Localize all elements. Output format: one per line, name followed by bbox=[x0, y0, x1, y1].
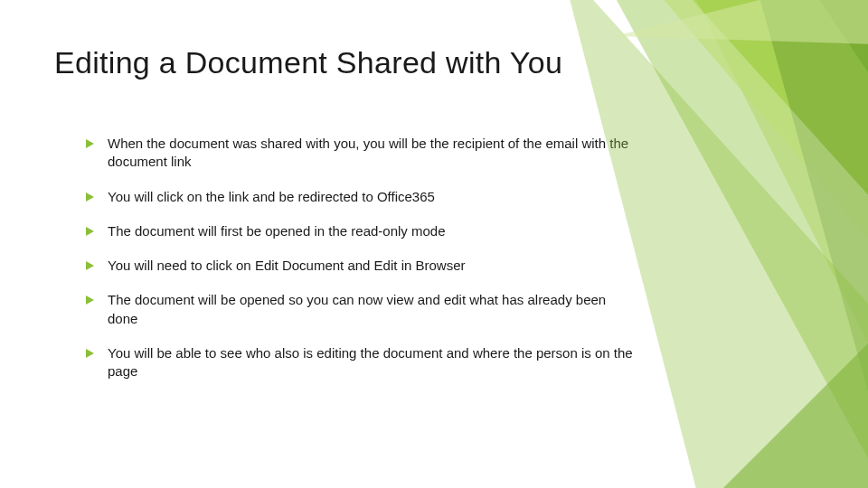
list-item: The document will first be opened in the… bbox=[86, 222, 637, 240]
list-item: You will need to click on Edit Document … bbox=[86, 257, 637, 275]
list-item: You will be able to see who also is edit… bbox=[86, 344, 637, 381]
slide-container: Editing a Document Shared with You When … bbox=[0, 0, 868, 488]
svg-marker-2 bbox=[633, 0, 868, 280]
slide-title: Editing a Document Shared with You bbox=[54, 45, 814, 80]
list-item: When the document was shared with you, y… bbox=[86, 135, 637, 172]
bullet-list: When the document was shared with you, y… bbox=[86, 135, 637, 380]
list-item: You will click on the link and be redire… bbox=[86, 188, 637, 206]
list-item: The document will be opened so you can n… bbox=[86, 291, 637, 328]
svg-marker-7 bbox=[687, 307, 868, 488]
svg-marker-8 bbox=[615, 0, 868, 45]
